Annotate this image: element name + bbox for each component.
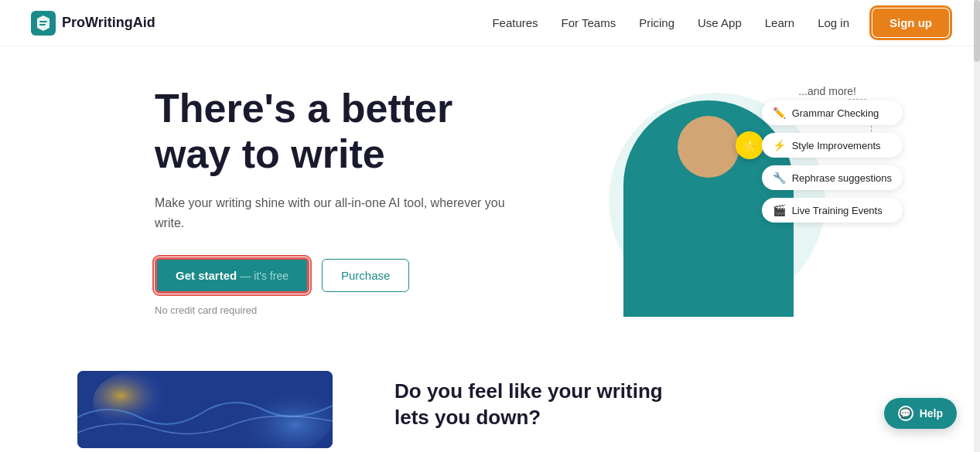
no-credit-text: No credit card required <box>155 304 526 316</box>
hero-subtitle: Make your writing shine with our all-in-… <box>155 193 526 233</box>
hero-content: There's a better way to write Make your … <box>155 86 526 317</box>
nav-use-app[interactable]: Use App <box>698 16 742 29</box>
cta-row: Get started — it's free Purchase <box>155 257 526 294</box>
nav-for-teams[interactable]: For Teams <box>562 16 616 29</box>
help-icon: 💬 <box>898 406 913 421</box>
feature-pill-training: 🎬 Live Training Events <box>762 198 903 223</box>
bottom-text-area: Do you feel like your writing lets you d… <box>394 371 688 431</box>
feature-pill-rephrase: 🔧 Rephrase suggestions <box>762 165 903 190</box>
free-label: — it's free <box>240 270 289 282</box>
training-icon: 🎬 <box>773 204 786 216</box>
hero-title: There's a better way to write <box>155 86 526 178</box>
bottom-section: Do you feel like your writing lets you d… <box>0 355 980 452</box>
nav-features[interactable]: Features <box>492 16 538 29</box>
star-badge: ⭐ <box>736 131 763 159</box>
login-link[interactable]: Log in <box>818 16 849 29</box>
signup-button[interactable]: Sign up <box>872 8 949 37</box>
logo-icon <box>31 11 56 36</box>
grammar-icon: ✏️ <box>773 107 786 119</box>
logo-text: ProWritingAid <box>62 15 155 31</box>
feature-pill-style: ⚡ Style Improvements <box>762 133 903 158</box>
feature-pill-grammar: ✏️ Grammar Checking <box>762 100 903 125</box>
style-label: Style Improvements <box>792 140 881 151</box>
rephrase-label: Rephrase suggestions <box>792 172 892 184</box>
scrollbar[interactable] <box>974 0 980 452</box>
main-nav: Features For Teams Pricing Use App Learn… <box>492 8 949 37</box>
bottom-image <box>77 371 333 448</box>
feature-pills-container: ✏️ Grammar Checking ⚡ Style Improvements… <box>762 100 903 223</box>
bottom-image-svg <box>77 371 333 448</box>
bottom-question: Do you feel like your writing lets you d… <box>394 379 688 431</box>
rephrase-icon: 🔧 <box>773 172 786 184</box>
and-more-label: ...and more! <box>798 85 856 97</box>
nav-learn[interactable]: Learn <box>765 16 794 29</box>
grammar-label: Grammar Checking <box>792 107 879 119</box>
logo[interactable]: ProWritingAid <box>31 11 155 36</box>
nav-pricing[interactable]: Pricing <box>639 16 674 29</box>
header: ProWritingAid Features For Teams Pricing… <box>0 0 980 46</box>
get-started-button[interactable]: Get started — it's free <box>155 257 309 294</box>
person-head <box>678 116 739 178</box>
style-icon: ⚡ <box>773 139 786 151</box>
hero-section: There's a better way to write Make your … <box>0 46 980 355</box>
scrollbar-thumb[interactable] <box>974 0 980 62</box>
training-label: Live Training Events <box>792 205 883 216</box>
purchase-button[interactable]: Purchase <box>322 259 409 292</box>
help-label: Help <box>920 407 943 420</box>
help-button[interactable]: 💬 Help <box>884 398 957 429</box>
get-started-label: Get started <box>176 269 237 282</box>
hero-illustration: ...and more! ⭐ ✏️ Grammar Checking ⚡ Sty… <box>531 85 903 317</box>
